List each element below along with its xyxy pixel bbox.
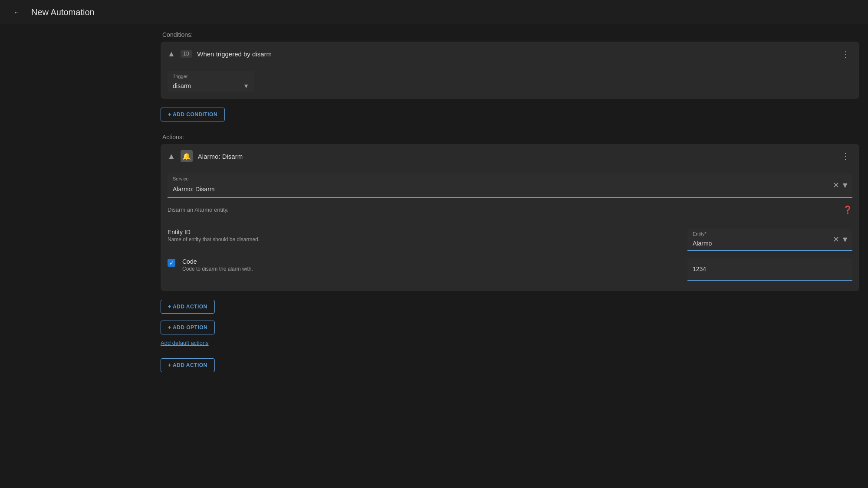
add-default-actions-link[interactable]: Add default actions — [161, 338, 209, 348]
condition-title: When triggered by disarm — [197, 50, 833, 58]
entity-id-info: Entity ID Name of entity that should be … — [168, 229, 681, 242]
back-icon: ← — [13, 9, 19, 16]
add-action-bottom-button[interactable]: + ADD ACTION — [161, 358, 215, 372]
action-card-body: Service Alarmo: Disarm ✕ ▼ Disarm an Ala… — [161, 168, 859, 291]
code-param-row: ✓ Code Code to disarm the alarm with. 12… — [168, 255, 852, 284]
trigger-field-label: Trigger — [173, 74, 187, 79]
app-header: ← New Automation — [0, 0, 868, 24]
code-param-desc: Code to disarm the alarm with. — [182, 266, 681, 272]
action-more-button[interactable]: ⋮ — [838, 149, 852, 163]
service-field-label: Service — [173, 176, 189, 181]
entity-field-value: Alarmo — [693, 232, 833, 247]
code-param-name: Code — [182, 258, 681, 265]
description-row: Disarm an Alarmo entity. ❓ — [168, 201, 852, 220]
help-button[interactable]: ❓ — [843, 205, 852, 215]
service-field-actions: ✕ ▼ — [833, 180, 849, 190]
back-button[interactable]: ← — [9, 4, 24, 20]
entity-field-actions: ✕ ▼ — [833, 235, 849, 244]
condition-card-body: Trigger disarm ▼ — [161, 66, 859, 99]
service-clear-button[interactable]: ✕ — [833, 180, 839, 190]
entity-dropdown-icon: ▼ — [841, 235, 849, 244]
code-input-container: 1234 — [687, 258, 852, 281]
entity-id-desc: Name of entity that should be disarmed. — [168, 236, 681, 242]
code-input-field[interactable]: 1234 — [687, 258, 852, 281]
trigger-dropdown-icon: ▼ — [243, 82, 249, 89]
condition-card: ▲ ID When triggered by disarm ⋮ Trigger … — [161, 42, 859, 99]
condition-more-button[interactable]: ⋮ — [838, 47, 852, 61]
checkbox-check-icon: ✓ — [169, 260, 174, 266]
service-field-value: Alarmo: Disarm — [173, 178, 833, 193]
entity-field-label: Entity* — [693, 231, 707, 236]
main-content: Conditions: ▲ ID When triggered by disar… — [0, 24, 868, 488]
right-panel: Conditions: ▲ ID When triggered by disar… — [161, 24, 868, 488]
add-option-button[interactable]: + ADD OPTION — [161, 321, 215, 334]
code-info: Code Code to disarm the alarm with. — [182, 258, 681, 272]
conditions-label: Conditions: — [162, 24, 859, 42]
trigger-field[interactable]: Trigger disarm ▼ — [168, 71, 254, 92]
condition-id-badge: ID — [181, 50, 192, 58]
service-clear-icon: ✕ — [833, 180, 839, 190]
left-panel — [0, 24, 161, 488]
service-field[interactable]: Service Alarmo: Disarm ✕ ▼ — [168, 174, 852, 198]
action-card: ▲ 🔔 Alarmo: Disarm ⋮ Service Alarmo: Dis… — [161, 144, 859, 291]
action-bell-icon: 🔔 — [181, 150, 193, 162]
help-icon: ❓ — [843, 206, 852, 214]
condition-chevron-icon[interactable]: ▲ — [168, 49, 175, 59]
action-card-header: ▲ 🔔 Alarmo: Disarm ⋮ — [161, 144, 859, 168]
code-checkbox-wrapper: ✓ — [168, 258, 175, 267]
entity-field[interactable]: Entity* Alarmo ✕ ▼ — [687, 229, 852, 251]
service-dropdown-icon: ▼ — [841, 181, 849, 190]
action-title: Alarmo: Disarm — [198, 153, 833, 160]
action-more-vert-icon: ⋮ — [841, 151, 850, 161]
params-section: Entity ID Name of entity that should be … — [168, 220, 852, 284]
add-option-container: + ADD OPTION — [161, 317, 859, 334]
code-input-value: 1234 — [693, 265, 706, 272]
service-dropdown-button[interactable]: ▼ — [841, 181, 849, 190]
entity-clear-button[interactable]: ✕ — [833, 235, 839, 244]
actions-label: Actions: — [162, 127, 859, 144]
add-condition-container: + ADD CONDITION — [161, 104, 859, 121]
add-action-bottom-container: + ADD ACTION — [161, 355, 859, 372]
add-condition-button[interactable]: + ADD CONDITION — [161, 108, 225, 121]
condition-card-header: ▲ ID When triggered by disarm ⋮ — [161, 42, 859, 66]
action-chevron-icon[interactable]: ▲ — [168, 152, 175, 161]
entity-dropdown-button[interactable]: ▼ — [841, 235, 849, 244]
entity-clear-icon: ✕ — [833, 235, 839, 244]
add-action-button[interactable]: + ADD ACTION — [161, 300, 215, 314]
action-description: Disarm an Alarmo entity. — [168, 203, 843, 216]
entity-id-param-row: Entity ID Name of entity that should be … — [168, 225, 852, 255]
more-vert-icon: ⋮ — [841, 49, 850, 59]
page-title: New Automation — [31, 7, 95, 17]
add-action-container: + ADD ACTION — [161, 296, 859, 314]
entity-id-name: Entity ID — [168, 229, 681, 236]
code-checkbox[interactable]: ✓ — [168, 259, 175, 267]
add-default-actions-container: Add default actions — [161, 338, 859, 348]
entity-id-input-container: Entity* Alarmo ✕ ▼ — [687, 229, 852, 251]
